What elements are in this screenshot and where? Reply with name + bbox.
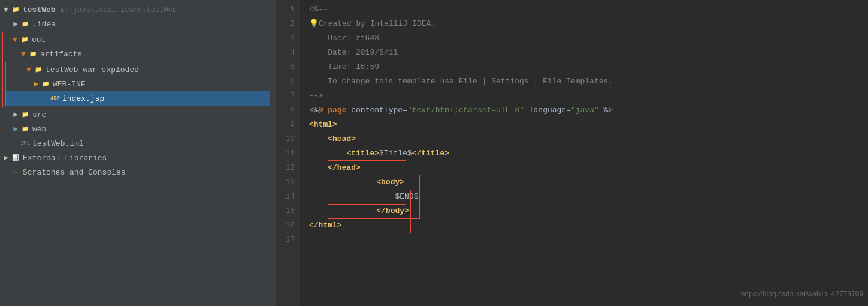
code-line-1: <%-- [309,2,868,17]
code-line-5: Time: 16:59 [309,60,868,74]
code-token: Created by IntelliJ IDEA. [319,17,435,31]
code-line-8: <%@ page contentType="text/html;charset=… [309,103,868,118]
web-label: web [32,125,46,134]
sidebar-item-webinf[interactable]: ► 📁 WEB-INF [6,77,270,91]
iml-label: testWeb.iml [32,139,84,148]
code-token [309,161,328,175]
code-token: Date: 2019/5/11 [309,46,398,60]
arrow-out: ▼ [11,36,19,43]
sidebar-item-artifacts[interactable]: ▼ 📁 artifacts [3,47,273,61]
project-icon: 📁 [11,5,20,14]
watermark: https://blog.csdn.net/weixin_42773709 [741,287,863,301]
code-line-2: 💡 Created by IntelliJ IDEA. [309,17,868,31]
code-line-3: User: zt648 [309,31,868,46]
code-token: --> [309,89,323,103]
code-line-9: <html> [309,118,868,132]
project-title: testWeb E:\java\total_learn\testWeb [23,5,177,14]
code-token: To change this template use File | Setti… [309,74,613,89]
code-token [309,175,328,190]
arrow-scratches [2,169,10,176]
code-token: <%-- [309,2,328,17]
code-token [309,233,314,247]
code-line-17 [309,233,868,247]
sidebar-item-war-exploded[interactable]: ▼ 📁 testWeb_war_exploded [6,62,270,77]
sidebar-item-web[interactable]: ► 📁 web [0,122,276,136]
scratches-label: Scratches and Consoles [23,168,126,177]
sidebar-item-iml[interactable]: IML testWeb.iml [0,136,276,151]
code-token: <html> [309,118,337,132]
artifacts-folder-icon: 📁 [28,49,38,59]
sidebar: ▼ 📁 testWeb E:\java\total_learn\testWeb … [0,0,276,306]
index-jsp-label: index.jsp [62,94,104,103]
sidebar-item-out[interactable]: ▼ 📁 out [3,32,273,47]
sidebar-item-testWeb[interactable]: ▼ 📁 testWeb E:\java\total_learn\testWeb [0,2,276,17]
jsp-file-icon: JSP [50,94,60,103]
code-token [309,204,328,218]
sidebar-item-scratches[interactable]: ✏️ Scratches and Consoles [0,165,276,179]
library-icon: 📊 [11,153,20,163]
src-folder-icon: 📁 [20,110,30,119]
sidebar-item-idea[interactable]: ► 📁 .idea [0,17,276,31]
code-line-4: Date: 2019/5/11 [309,46,868,60]
war-label: testWeb_war_exploded [46,65,139,74]
bulb-icon: 💡 [309,17,319,31]
code-token: User: zt648 [309,31,379,46]
code-token: @ [319,103,323,118]
webinf-folder-icon: 📁 [41,79,50,89]
arrow-iml [12,140,19,147]
code-token [309,132,328,146]
code-line-15: </body> [309,204,868,218]
code-token [309,190,328,204]
arrow-war: ▼ [25,66,32,73]
code-line-7: --> [309,89,868,103]
idea-label: .idea [32,20,56,29]
code-line-11: <title> $Title$ </title> [309,146,868,161]
src-label: src [32,110,46,119]
out-folder-icon: 📁 [20,35,29,44]
arrow-ext: ► [2,154,10,161]
war-folder-icon: 📁 [34,65,43,74]
code-line-10: <head> [309,132,868,146]
editor: 12345 678910 1112131415 1617 <%-- 💡 Crea… [276,0,868,306]
sidebar-item-external-libraries[interactable]: ► 📊 External Libraries [0,151,276,165]
line-numbers: 12345 678910 1112131415 1617 [276,0,300,306]
code-token [309,146,346,161]
iml-icon: IML [20,139,30,148]
code-token: Time: 16:59 [309,60,379,74]
web-folder-icon: 📁 [20,124,30,134]
sidebar-item-index-jsp[interactable]: JSP index.jsp [6,91,270,106]
folder-icon: 📁 [20,19,30,29]
arrow-artifacts: ▼ [20,50,27,58]
code-line-6: To change this template use File | Setti… [309,74,868,89]
scratches-icon: ✏️ [11,167,20,177]
artifacts-label: artifacts [40,50,82,59]
arrow-webinf: ► [32,80,40,88]
arrow-idea: ► [12,20,19,28]
code-token: </html> [309,218,342,233]
out-label: out [32,35,46,44]
webinf-label: WEB-INF [53,80,86,89]
arrow-src: ► [12,111,19,118]
arrow-jsp [42,95,49,102]
sidebar-item-src[interactable]: ► 📁 src [0,107,276,122]
ext-lib-label: External Libraries [23,154,107,163]
code-area[interactable]: <%-- 💡 Created by IntelliJ IDEA. User: z… [300,0,868,306]
code-token: page [328,103,346,118]
arrow-web: ► [12,125,19,133]
code-token: <% [309,103,319,118]
arrow-icon: ▼ [2,6,10,13]
